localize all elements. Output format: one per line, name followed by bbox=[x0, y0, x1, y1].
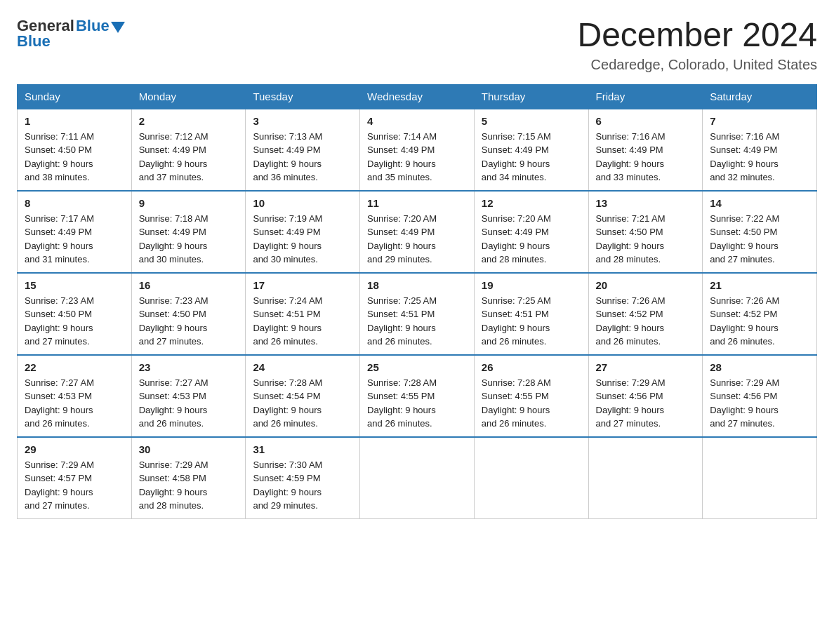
day-number: 7 bbox=[710, 115, 809, 127]
calendar-cell: 20 Sunrise: 7:26 AM Sunset: 4:52 PM Dayl… bbox=[588, 273, 703, 355]
header-row: SundayMondayTuesdayWednesdayThursdayFrid… bbox=[18, 84, 817, 109]
day-number: 30 bbox=[139, 443, 239, 455]
calendar-cell: 19 Sunrise: 7:25 AM Sunset: 4:51 PM Dayl… bbox=[474, 273, 588, 355]
logo: General Blue Blue bbox=[17, 17, 125, 51]
day-number: 18 bbox=[367, 279, 467, 291]
header-day-sunday: Sunday bbox=[18, 84, 132, 109]
day-info: Sunrise: 7:22 AM Sunset: 4:50 PM Dayligh… bbox=[710, 212, 809, 267]
day-number: 25 bbox=[367, 361, 467, 373]
calendar-cell: 7 Sunrise: 7:16 AM Sunset: 4:49 PM Dayli… bbox=[703, 109, 817, 191]
day-info: Sunrise: 7:26 AM Sunset: 4:52 PM Dayligh… bbox=[710, 294, 809, 349]
header-day-friday: Friday bbox=[588, 84, 703, 109]
day-info: Sunrise: 7:27 AM Sunset: 4:53 PM Dayligh… bbox=[139, 376, 239, 431]
day-info: Sunrise: 7:23 AM Sunset: 4:50 PM Dayligh… bbox=[25, 294, 124, 349]
calendar-cell: 12 Sunrise: 7:20 AM Sunset: 4:49 PM Dayl… bbox=[474, 191, 588, 273]
header-day-monday: Monday bbox=[131, 84, 246, 109]
logo-blue: Blue bbox=[76, 17, 110, 35]
calendar-cell: 14 Sunrise: 7:22 AM Sunset: 4:50 PM Dayl… bbox=[703, 191, 817, 273]
calendar-cell: 17 Sunrise: 7:24 AM Sunset: 4:51 PM Dayl… bbox=[246, 273, 360, 355]
calendar-cell bbox=[474, 437, 588, 519]
location-title: Cedaredge, Colorado, United States bbox=[577, 57, 817, 73]
day-info: Sunrise: 7:29 AM Sunset: 4:57 PM Dayligh… bbox=[25, 458, 124, 513]
calendar-cell: 22 Sunrise: 7:27 AM Sunset: 4:53 PM Dayl… bbox=[18, 355, 132, 437]
day-number: 6 bbox=[596, 115, 696, 127]
calendar-cell: 1 Sunrise: 7:11 AM Sunset: 4:50 PM Dayli… bbox=[18, 109, 132, 191]
day-number: 19 bbox=[482, 279, 581, 291]
page-header: General Blue Blue December 2024 Cedaredg… bbox=[17, 17, 817, 73]
day-number: 5 bbox=[482, 115, 581, 127]
calendar-cell: 29 Sunrise: 7:29 AM Sunset: 4:57 PM Dayl… bbox=[18, 437, 132, 519]
day-info: Sunrise: 7:20 AM Sunset: 4:49 PM Dayligh… bbox=[367, 212, 467, 267]
day-number: 3 bbox=[253, 115, 352, 127]
calendar-cell: 26 Sunrise: 7:28 AM Sunset: 4:55 PM Dayl… bbox=[474, 355, 588, 437]
day-number: 28 bbox=[710, 361, 809, 373]
day-info: Sunrise: 7:29 AM Sunset: 4:56 PM Dayligh… bbox=[596, 376, 696, 431]
day-info: Sunrise: 7:14 AM Sunset: 4:49 PM Dayligh… bbox=[367, 130, 467, 185]
day-number: 14 bbox=[710, 197, 809, 209]
calendar-cell: 9 Sunrise: 7:18 AM Sunset: 4:49 PM Dayli… bbox=[131, 191, 246, 273]
day-info: Sunrise: 7:28 AM Sunset: 4:55 PM Dayligh… bbox=[482, 376, 581, 431]
day-number: 24 bbox=[253, 361, 352, 373]
calendar-cell: 30 Sunrise: 7:29 AM Sunset: 4:58 PM Dayl… bbox=[131, 437, 246, 519]
calendar-cell: 16 Sunrise: 7:23 AM Sunset: 4:50 PM Dayl… bbox=[131, 273, 246, 355]
day-number: 9 bbox=[139, 197, 239, 209]
day-info: Sunrise: 7:29 AM Sunset: 4:56 PM Dayligh… bbox=[710, 376, 809, 431]
week-row-5: 29 Sunrise: 7:29 AM Sunset: 4:57 PM Dayl… bbox=[18, 437, 817, 519]
day-info: Sunrise: 7:20 AM Sunset: 4:49 PM Dayligh… bbox=[482, 212, 581, 267]
week-row-2: 8 Sunrise: 7:17 AM Sunset: 4:49 PM Dayli… bbox=[18, 191, 817, 273]
calendar-cell bbox=[703, 437, 817, 519]
day-info: Sunrise: 7:25 AM Sunset: 4:51 PM Dayligh… bbox=[367, 294, 467, 349]
week-row-3: 15 Sunrise: 7:23 AM Sunset: 4:50 PM Dayl… bbox=[18, 273, 817, 355]
day-number: 16 bbox=[139, 279, 239, 291]
calendar-cell: 27 Sunrise: 7:29 AM Sunset: 4:56 PM Dayl… bbox=[588, 355, 703, 437]
calendar-cell: 10 Sunrise: 7:19 AM Sunset: 4:49 PM Dayl… bbox=[246, 191, 360, 273]
day-info: Sunrise: 7:17 AM Sunset: 4:49 PM Dayligh… bbox=[25, 212, 124, 267]
day-info: Sunrise: 7:24 AM Sunset: 4:51 PM Dayligh… bbox=[253, 294, 352, 349]
calendar-table: SundayMondayTuesdayWednesdayThursdayFrid… bbox=[17, 84, 817, 519]
title-block: December 2024 Cedaredge, Colorado, Unite… bbox=[577, 17, 817, 73]
day-number: 8 bbox=[25, 197, 124, 209]
calendar-cell: 6 Sunrise: 7:16 AM Sunset: 4:49 PM Dayli… bbox=[588, 109, 703, 191]
day-number: 20 bbox=[596, 279, 696, 291]
day-info: Sunrise: 7:11 AM Sunset: 4:50 PM Dayligh… bbox=[25, 130, 124, 185]
calendar-cell: 4 Sunrise: 7:14 AM Sunset: 4:49 PM Dayli… bbox=[360, 109, 475, 191]
day-number: 31 bbox=[253, 443, 352, 455]
day-info: Sunrise: 7:29 AM Sunset: 4:58 PM Dayligh… bbox=[139, 458, 239, 513]
day-info: Sunrise: 7:12 AM Sunset: 4:49 PM Dayligh… bbox=[139, 130, 239, 185]
calendar-cell: 31 Sunrise: 7:30 AM Sunset: 4:59 PM Dayl… bbox=[246, 437, 360, 519]
header-day-tuesday: Tuesday bbox=[246, 84, 360, 109]
day-number: 29 bbox=[25, 443, 124, 455]
calendar-cell: 15 Sunrise: 7:23 AM Sunset: 4:50 PM Dayl… bbox=[18, 273, 132, 355]
day-number: 13 bbox=[596, 197, 696, 209]
calendar-cell: 18 Sunrise: 7:25 AM Sunset: 4:51 PM Dayl… bbox=[360, 273, 475, 355]
day-info: Sunrise: 7:16 AM Sunset: 4:49 PM Dayligh… bbox=[596, 130, 696, 185]
day-info: Sunrise: 7:27 AM Sunset: 4:53 PM Dayligh… bbox=[25, 376, 124, 431]
day-number: 15 bbox=[25, 279, 124, 291]
day-number: 17 bbox=[253, 279, 352, 291]
day-info: Sunrise: 7:16 AM Sunset: 4:49 PM Dayligh… bbox=[710, 130, 809, 185]
month-title: December 2024 bbox=[577, 17, 817, 54]
calendar-cell: 11 Sunrise: 7:20 AM Sunset: 4:49 PM Dayl… bbox=[360, 191, 475, 273]
day-info: Sunrise: 7:18 AM Sunset: 4:49 PM Dayligh… bbox=[139, 212, 239, 267]
calendar-cell: 21 Sunrise: 7:26 AM Sunset: 4:52 PM Dayl… bbox=[703, 273, 817, 355]
calendar-body: 1 Sunrise: 7:11 AM Sunset: 4:50 PM Dayli… bbox=[18, 109, 817, 519]
day-number: 11 bbox=[367, 197, 467, 209]
logo-triangle-icon bbox=[111, 22, 125, 33]
calendar-cell: 28 Sunrise: 7:29 AM Sunset: 4:56 PM Dayl… bbox=[703, 355, 817, 437]
day-info: Sunrise: 7:28 AM Sunset: 4:54 PM Dayligh… bbox=[253, 376, 352, 431]
header-day-wednesday: Wednesday bbox=[360, 84, 475, 109]
day-number: 2 bbox=[139, 115, 239, 127]
day-info: Sunrise: 7:15 AM Sunset: 4:49 PM Dayligh… bbox=[482, 130, 581, 185]
day-info: Sunrise: 7:28 AM Sunset: 4:55 PM Dayligh… bbox=[367, 376, 467, 431]
day-number: 4 bbox=[367, 115, 467, 127]
day-number: 10 bbox=[253, 197, 352, 209]
day-number: 23 bbox=[139, 361, 239, 373]
calendar-cell bbox=[588, 437, 703, 519]
day-info: Sunrise: 7:25 AM Sunset: 4:51 PM Dayligh… bbox=[482, 294, 581, 349]
header-day-saturday: Saturday bbox=[703, 84, 817, 109]
day-info: Sunrise: 7:13 AM Sunset: 4:49 PM Dayligh… bbox=[253, 130, 352, 185]
day-number: 12 bbox=[482, 197, 581, 209]
calendar-cell: 23 Sunrise: 7:27 AM Sunset: 4:53 PM Dayl… bbox=[131, 355, 246, 437]
day-number: 27 bbox=[596, 361, 696, 373]
day-info: Sunrise: 7:26 AM Sunset: 4:52 PM Dayligh… bbox=[596, 294, 696, 349]
